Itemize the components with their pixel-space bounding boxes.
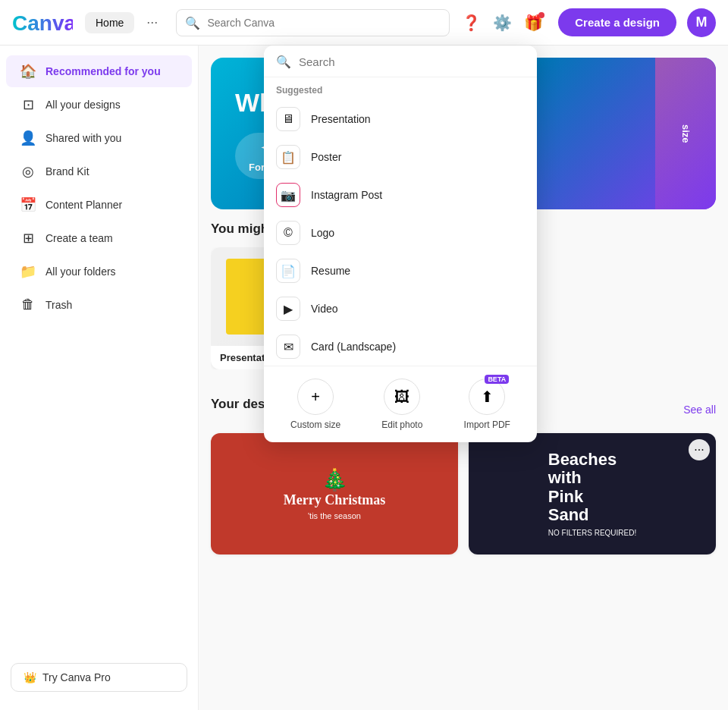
sidebar-item-label: Create a team (46, 232, 113, 244)
sidebar-item-brand[interactable]: ◎ Brand Kit (6, 156, 192, 187)
dropdown-item-instagram[interactable]: 📷 Instagram Post (264, 176, 537, 214)
create-design-button[interactable]: Create a design (558, 8, 676, 36)
brand-icon: ◎ (20, 163, 36, 180)
beach-tag: NO FILTERS REQUIRED! (548, 529, 637, 537)
sidebar-item-label: Recommended for you (46, 65, 161, 77)
dropdown-item-label: Logo (311, 227, 334, 239)
card-icon: ✉ (276, 335, 300, 359)
sidebar-item-label: Brand Kit (46, 165, 89, 178)
sidebar-item-team[interactable]: ⊞ Create a team (6, 222, 192, 254)
edit-photo-action[interactable]: 🖼 Edit photo (381, 379, 422, 430)
sidebar-item-trash[interactable]: 🗑 Trash (6, 289, 192, 320)
folder-icon: 📁 (20, 263, 36, 280)
topbar: Canva Home ··· 🔍 ❓ ⚙️ 🎁 Create a design … (0, 0, 728, 46)
more-button[interactable]: ··· (143, 11, 161, 33)
dropdown-search-icon: 🔍 (276, 55, 291, 69)
edit-photo-icon: 🖼 (384, 379, 420, 415)
dropdown-item-label: Video (311, 303, 338, 315)
dropdown-item-logo[interactable]: © Logo (264, 214, 537, 252)
topbar-icons: ❓ ⚙️ 🎁 Create a design M (459, 8, 716, 37)
plus-icon: + (311, 388, 320, 406)
dropdown-search-row: 🔍 (264, 55, 537, 77)
dropdown-item-video[interactable]: ▶ Video (264, 290, 537, 328)
design-card-menu[interactable]: ··· (689, 439, 710, 460)
search-input[interactable] (176, 9, 450, 36)
gear-icon: ⚙️ (493, 14, 512, 31)
dropdown-item-resume[interactable]: 📄 Resume (264, 252, 537, 290)
settings-button[interactable]: ⚙️ (490, 11, 515, 35)
dropdown-item-label: Resume (311, 265, 350, 277)
beta-badge: BETA (485, 375, 509, 384)
upload-icon: ⬆ (481, 388, 494, 406)
svg-text:Canva: Canva (12, 11, 73, 35)
trash-icon: 🗑 (20, 297, 36, 313)
sidebar-item-shared[interactable]: 👤 Shared with you (6, 122, 192, 154)
christmas-mock: 🎄 Merry Christmas 'tis the season (276, 460, 393, 528)
design-card-beach[interactable]: ··· BeacheswithPinkSand NO FILTERS REQUI… (469, 433, 716, 554)
crown-icon: 👑 (24, 671, 36, 683)
sidebar-item-label: All your folders (46, 265, 116, 278)
sidebar-item-folders[interactable]: 📁 All your folders (6, 256, 192, 287)
avatar[interactable]: M (687, 8, 716, 37)
sidebar-item-all-designs[interactable]: ⊡ All your designs (6, 89, 192, 121)
poster-icon: 📋 (276, 145, 300, 169)
hero-side-banner: size (655, 58, 716, 209)
sidebar-item-label: Trash (46, 299, 72, 311)
search-bar: 🔍 (176, 9, 450, 36)
beach-headline: BeacheswithPinkSand (548, 451, 637, 524)
designs-grid: 🎄 Merry Christmas 'tis the season ··· Be… (211, 433, 716, 554)
design-card-christmas[interactable]: 🎄 Merry Christmas 'tis the season (211, 433, 458, 554)
photo-icon: 🖼 (394, 388, 410, 406)
custom-size-icon: + (297, 379, 334, 415)
dropdown-item-poster[interactable]: 📋 Poster (264, 138, 537, 176)
home-button[interactable]: Home (85, 12, 134, 33)
help-icon: ❓ (462, 14, 481, 31)
christmas-card-img: 🎄 Merry Christmas 'tis the season (211, 433, 458, 554)
dropdown-item-label: Instagram Post (311, 189, 382, 201)
gift-button[interactable]: 🎁 (521, 11, 546, 35)
dropdown-actions: + Custom size 🖼 Edit photo ⬆ BETA Import… (264, 366, 537, 442)
logo-icon: © (276, 221, 300, 245)
christmas-subtitle: 'tis the season (284, 511, 385, 520)
christmas-tree-icon: 🎄 (284, 467, 385, 492)
shared-icon: 👤 (20, 130, 36, 146)
edit-photo-label: Edit photo (381, 419, 422, 430)
dropdown-item-card[interactable]: ✉ Card (Landscape) (264, 328, 537, 366)
sidebar-item-content[interactable]: 📅 Content Planner (6, 189, 192, 221)
sidebar-item-label: Shared with you (46, 132, 121, 144)
dropdown-scrollable: Suggested 🖥 Presentation 📋 Poster 📷 Inst… (264, 77, 537, 366)
import-pdf-icon: ⬆ BETA (469, 379, 505, 415)
video-icon: ▶ (276, 297, 300, 321)
dropdown-item-label: Poster (311, 151, 341, 163)
dropdown-item-label: Presentation (311, 113, 371, 125)
dropdown-item-label: Card (Landscape) (311, 341, 396, 353)
import-pdf-label: Import PDF (464, 419, 510, 430)
resume-icon: 📄 (276, 259, 300, 283)
dropdown-search-input[interactable] (299, 55, 525, 68)
calendar-icon: 📅 (20, 196, 36, 213)
sidebar-item-recommended[interactable]: 🏠 Recommended for you (6, 55, 192, 87)
dropdown-item-presentation[interactable]: 🖥 Presentation (264, 100, 537, 138)
custom-size-action[interactable]: + Custom size (290, 379, 340, 430)
grid-icon: ⊡ (20, 96, 36, 113)
sidebar: 🏠 Recommended for you ⊡ All your designs… (0, 46, 199, 710)
custom-size-label: Custom size (290, 419, 340, 430)
gift-badge (538, 12, 544, 18)
see-all-link[interactable]: See all (683, 404, 716, 416)
help-button[interactable]: ❓ (459, 11, 484, 35)
presentation-icon: 🖥 (276, 107, 300, 131)
sidebar-item-label: All your designs (46, 99, 121, 111)
sidebar-spacer (0, 321, 198, 654)
beach-mock: BeacheswithPinkSand NO FILTERS REQUIRED! (536, 438, 649, 549)
instagram-icon: 📷 (276, 183, 300, 207)
try-pro-button[interactable]: 👑 Try Canva Pro (11, 663, 187, 692)
import-pdf-action[interactable]: ⬆ BETA Import PDF (464, 379, 510, 430)
team-icon: ⊞ (20, 230, 36, 247)
canva-logo[interactable]: Canva (12, 11, 73, 35)
search-dropdown: 🔍 Suggested 🖥 Presentation 📋 Poster 📷 In… (264, 46, 537, 442)
christmas-title: Merry Christmas (284, 492, 385, 508)
beach-card-img: BeacheswithPinkSand NO FILTERS REQUIRED! (469, 433, 716, 554)
home-icon: 🏠 (20, 63, 36, 80)
sidebar-item-label: Content Planner (46, 199, 122, 211)
try-pro-label: Try Canva Pro (42, 671, 111, 683)
